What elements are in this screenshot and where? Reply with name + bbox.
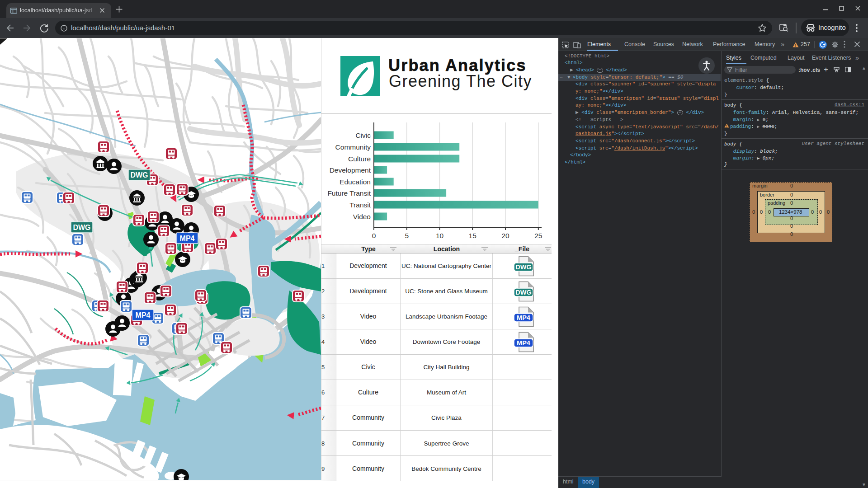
svg-text:MP4: MP4	[517, 339, 530, 347]
svg-text:MP4: MP4	[180, 235, 195, 242]
svg-text:Development: Development	[330, 166, 371, 174]
svg-text:DWG: DWG	[515, 263, 531, 271]
svg-text:0: 0	[372, 232, 376, 239]
svg-text:Civic: Civic	[355, 131, 371, 139]
svg-text:DWG: DWG	[130, 171, 148, 179]
svg-text:10: 10	[436, 232, 444, 239]
svg-text:25: 25	[534, 232, 542, 239]
svg-text:MP4: MP4	[136, 311, 151, 319]
svg-text:Video: Video	[353, 213, 371, 221]
svg-text:5: 5	[405, 232, 409, 239]
svg-text:Community: Community	[335, 143, 371, 151]
svg-text:20: 20	[501, 232, 509, 239]
svg-text:MP4: MP4	[517, 314, 530, 321]
svg-text:Education: Education	[340, 178, 371, 186]
svg-text:Culture: Culture	[348, 155, 371, 163]
svg-text:DWG: DWG	[73, 224, 90, 231]
svg-text:DWG: DWG	[515, 289, 531, 296]
svg-text:Transit: Transit	[349, 201, 371, 209]
svg-text:15: 15	[469, 232, 476, 239]
svg-text:Future Transit: Future Transit	[327, 189, 371, 197]
